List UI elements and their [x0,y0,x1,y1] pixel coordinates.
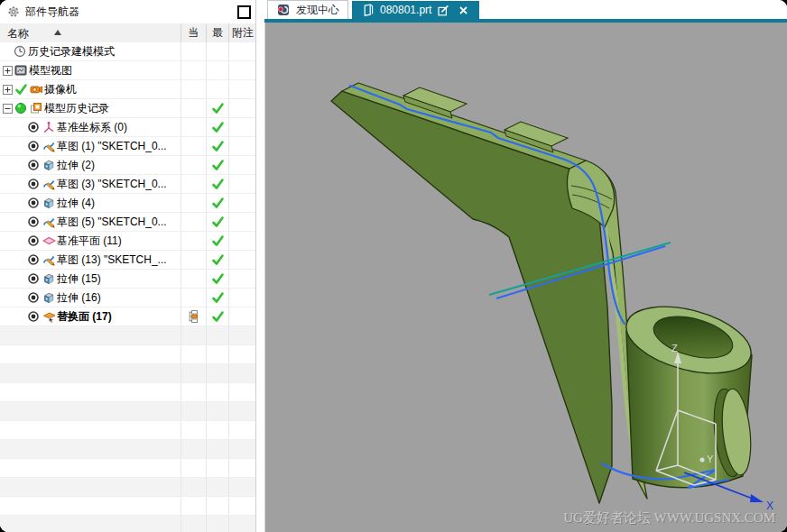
tree-row[interactable]: 草图 (3) "SKETCH_0... [0,175,255,194]
eye-icon[interactable] [26,272,41,286]
latest-cell [206,307,228,326]
latest-cell [206,80,228,98]
empty-row [0,497,255,516]
empty-row [0,459,255,478]
tree-row[interactable]: 历史记录建模模式 [0,42,255,61]
tree-row[interactable]: 草图 (5) "SKETCH_0... [0,213,255,232]
eye-icon[interactable] [26,216,41,229]
current-cell [181,194,206,212]
eye-icon[interactable] [26,253,41,267]
eye-icon[interactable] [26,234,41,248]
tab-080801-prt[interactable]: 080801.prt [352,1,479,19]
close-icon[interactable] [456,4,470,17]
discovery-center-icon [276,4,291,17]
column-note[interactable]: 附注 [228,23,256,42]
note-cell [228,194,255,212]
feature-label: 草图 (3) "SKETCH_0... [57,177,167,192]
note-cell [228,175,255,193]
tab-bar: 发现中心 080801.prt [264,0,787,19]
empty-row [0,421,255,440]
tree-row[interactable]: 拉伸 (15) [0,270,255,289]
empty-row [0,383,255,402]
camera-icon [29,83,43,96]
tree-row[interactable]: 草图 (13) "SKETCH_... [0,251,255,270]
feature-label: 拉伸 (15) [57,271,101,287]
current-cell [181,270,206,288]
current-cell [181,61,206,79]
nx-window: 部件导航器 名称 当 最 附注 历史记录建模模式模型视图摄像机模型历史记录基准坐… [0,0,787,532]
tree-row[interactable]: 拉伸 (16) [0,289,255,307]
graphics-viewport[interactable]: Z Y X UG爱好者论坛 WWW.UGSNX.COM UG爱好者论坛 WWW.… [264,23,787,532]
modified-icon [436,4,450,17]
latest-cell [206,232,228,250]
latest-cell [206,42,228,60]
tree-row[interactable]: 拉伸 (2) [0,156,255,175]
eye-icon[interactable] [26,140,41,153]
sort-ascending-icon[interactable] [54,30,61,35]
tree-row[interactable]: 草图 (1) "SKETCH_0... [0,137,255,156]
tree-row[interactable]: 基准坐标系 (0) [0,118,255,137]
feature-label: 模型视图 [29,63,72,78]
empty-row [0,478,255,497]
feature-label: 草图 (5) "SKETCH_0... [57,215,167,230]
tree-row[interactable]: 摄像机 [0,80,255,99]
part-navigator-titlebar: 部件导航器 [0,0,255,24]
note-cell [228,137,255,155]
sketch-icon [42,140,56,153]
note-cell [228,270,255,288]
eye-icon[interactable] [26,197,41,210]
eye-icon[interactable] [26,291,41,305]
note-cell [228,118,255,136]
eye-icon[interactable] [26,178,41,191]
feature-label: 草图 (1) "SKETCH_0... [57,139,167,154]
current-cell [181,251,206,269]
eye-icon[interactable] [26,121,41,134]
note-cell [228,99,255,117]
history-mode-clock-icon [13,45,27,59]
column-name[interactable]: 名称 [7,26,29,41]
model-arm-face[interactable] [331,91,612,503]
empty-row [0,364,255,383]
feature-label: 草图 (13) "SKETCH_... [57,252,167,268]
latest-cell [206,61,228,79]
extrude-icon [42,197,56,210]
replace-face-icon [42,310,56,324]
current-cell [181,42,206,60]
feature-label: 替换面 (17) [57,309,112,325]
feature-label: 模型历史记录 [44,101,109,116]
extrude-icon [42,272,56,286]
column-latest[interactable]: 最 [206,23,228,42]
current-cell [181,137,206,155]
navigator-column-header: 名称 当 最 附注 [0,23,255,43]
current-cell [181,307,206,326]
latest-cell [206,118,228,136]
latest-cell [206,175,228,193]
column-current[interactable]: 当 [181,23,206,42]
tree-row[interactable]: 模型历史记录 [0,99,255,118]
empty-row [0,326,255,345]
tree-row[interactable]: 模型视图 [0,61,255,80]
empty-row [0,402,255,421]
collapse-button[interactable] [2,103,14,115]
empty-row [0,440,255,459]
tree-row[interactable]: 拉伸 (4) [0,194,255,213]
z-axis-label: Z [671,343,678,353]
watermark: UG爱好者论坛 WWW.UGSNX.COM [563,510,775,525]
feature-label: 基准平面 (11) [57,234,122,249]
latest-cell [206,289,228,307]
sketch-icon [42,253,56,267]
panel-title: 部件导航器 [25,5,79,20]
check-icon [14,83,28,96]
tab-discovery-center[interactable]: 发现中心 [267,0,348,19]
model-scene: Z Y X UG爱好者论坛 WWW.UGSNX.COM UG爱好者论坛 WWW.… [265,23,787,532]
eye-icon[interactable] [26,310,41,324]
datum-csys-icon [42,121,56,134]
tree-row[interactable]: 基准平面 (11) [0,232,255,251]
float-panel-button[interactable] [237,5,251,19]
feature-label: 拉伸 (2) [57,158,95,173]
eye-icon[interactable] [26,159,41,172]
expand-button[interactable] [2,84,14,96]
expand-button[interactable] [2,65,14,77]
part-navigator-icon [7,5,20,18]
tree-row[interactable]: 替换面 (17) [0,307,255,326]
